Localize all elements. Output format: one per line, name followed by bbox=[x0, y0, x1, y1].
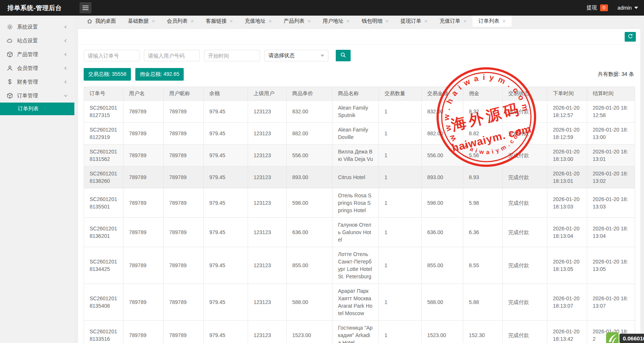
sidebar-subitem-0[interactable]: 订单列表 bbox=[0, 103, 74, 115]
tab-label: 提现订单 bbox=[400, 18, 421, 25]
table-row-2: SC26012018131562789789789789979.45123123… bbox=[84, 145, 635, 166]
cell-order-no: SC26012018138260 bbox=[84, 166, 123, 188]
top-header: 排单系统-管理后台 提现 0 admin bbox=[0, 0, 644, 16]
table-row-6: SC26012018134425789789789789979.45123123… bbox=[84, 247, 635, 284]
tab-9[interactable]: 充值订单× bbox=[434, 16, 473, 27]
close-icon[interactable]: × bbox=[230, 19, 233, 24]
column-header-balance: 余额 bbox=[204, 87, 248, 101]
tab-0[interactable]: 我的桌面 bbox=[81, 16, 122, 27]
close-icon[interactable]: × bbox=[386, 19, 389, 24]
cell-amount: 1523.00 bbox=[422, 321, 463, 343]
column-header-order-time: 下单时间 bbox=[547, 87, 587, 101]
cell-commission: 5.98 bbox=[463, 188, 503, 218]
cell-order-no: SC26012018127315 bbox=[84, 101, 123, 123]
cell-parent-user: 123123 bbox=[248, 188, 287, 218]
tab-7[interactable]: 钱包明细× bbox=[356, 16, 395, 27]
tab-label: 用户地址 bbox=[323, 18, 344, 25]
tab-4[interactable]: 充值地址× bbox=[239, 16, 278, 27]
user-no-input[interactable] bbox=[144, 50, 200, 61]
tab-label: 钱包明细 bbox=[362, 18, 383, 25]
column-header-product-name: 商品名称 bbox=[332, 87, 379, 101]
close-icon[interactable]: × bbox=[463, 19, 467, 24]
cell-unit-price: 832.00 bbox=[287, 101, 332, 123]
cell-quantity: 1 bbox=[379, 321, 422, 343]
tab-8[interactable]: 提现订单× bbox=[395, 16, 434, 27]
sidebar-item-5[interactable]: 订单管理 bbox=[0, 89, 74, 103]
search-button[interactable] bbox=[336, 50, 351, 61]
close-icon[interactable]: × bbox=[307, 19, 311, 24]
tab-6[interactable]: 用户地址× bbox=[317, 16, 356, 27]
cell-username: 789789 bbox=[123, 218, 164, 247]
cell-amount: 832.00 bbox=[422, 101, 463, 123]
tab-5[interactable]: 产品列表× bbox=[278, 16, 317, 27]
tab-3[interactable]: 客服链接× bbox=[200, 16, 239, 27]
cell-status: 完成付款 bbox=[503, 218, 547, 247]
dollar-icon bbox=[7, 79, 13, 85]
cell-product-name: Лотте Отель Санкт-Петербург Lotte Hotel … bbox=[332, 247, 379, 284]
cell-product-name: Галунов Отель Galunov Hotel bbox=[332, 218, 379, 247]
tab-1[interactable]: 基础数据× bbox=[122, 16, 161, 27]
tab-label: 基础数据 bbox=[128, 18, 149, 25]
close-icon[interactable]: × bbox=[347, 19, 350, 24]
cell-commission: 8.55 bbox=[463, 247, 503, 284]
cell-settle-time: 2026-01-20 18:13:04 bbox=[587, 218, 635, 247]
cell-order-time: 2026-01-20 18:13:42 bbox=[547, 321, 587, 343]
cell-order-time: 2026-01-20 18:13:00 bbox=[547, 145, 587, 166]
order-no-input[interactable] bbox=[84, 50, 139, 61]
status-select[interactable]: 请选择状态 bbox=[264, 50, 328, 61]
cell-order-no: SC26012018135408 bbox=[84, 284, 123, 321]
cell-status: 完成付款 bbox=[503, 321, 547, 343]
cell-order-no: SC26012018136201 bbox=[84, 218, 123, 247]
cell-quantity: 1 bbox=[379, 123, 422, 145]
column-header-commission: 佣金 bbox=[463, 87, 503, 101]
refresh-button[interactable] bbox=[625, 32, 636, 42]
tab-label: 订单列表 bbox=[479, 18, 499, 25]
cell-balance: 979.45 bbox=[204, 166, 248, 188]
cell-product-name: Отель Rosa Springs Rosa Springs Hotel bbox=[332, 188, 379, 218]
cell-unit-price: 1523.00 bbox=[287, 321, 332, 343]
close-icon[interactable]: × bbox=[191, 19, 194, 24]
cell-parent-user: 123123 bbox=[248, 321, 287, 343]
header-right: 提现 0 admin bbox=[587, 4, 644, 11]
user-menu[interactable]: admin bbox=[618, 5, 638, 11]
cell-balance: 979.45 bbox=[204, 218, 248, 247]
cell-unit-price: 588.00 bbox=[287, 284, 332, 321]
card-body: 请选择状态 交易总额: 35558 佣金总额: 492.65 共有数据: 34 … bbox=[78, 45, 640, 343]
sidebar-item-3[interactable]: 会员管理 bbox=[0, 61, 74, 75]
sidebar-item-0[interactable]: 系统设置 bbox=[0, 20, 74, 34]
sidebar-subitem-label: 订单列表 bbox=[18, 106, 39, 112]
chevron-left-icon bbox=[64, 39, 68, 43]
column-header-username: 用户名 bbox=[123, 87, 164, 101]
tab-10[interactable]: 订单列表× bbox=[473, 16, 512, 27]
cell-amount: 893.00 bbox=[422, 166, 463, 188]
column-header-settle-time: 结算时间 bbox=[587, 87, 635, 101]
withdraw-menu-item[interactable]: 提现 0 bbox=[587, 4, 608, 11]
start-time-input[interactable] bbox=[204, 50, 260, 61]
menu-toggle-button[interactable] bbox=[80, 2, 91, 13]
close-icon[interactable]: × bbox=[502, 19, 506, 24]
table-row-0: SC26012018127315789789789789979.45123123… bbox=[84, 101, 635, 123]
close-icon[interactable]: × bbox=[152, 19, 155, 24]
cell-nickname: 789789 bbox=[164, 101, 204, 123]
tab-2[interactable]: 会员列表× bbox=[161, 16, 200, 27]
cell-commission: 8.32 bbox=[463, 101, 503, 123]
column-header-unit-price: 商品单价 bbox=[287, 87, 332, 101]
sidebar-item-4[interactable]: 财务管理 bbox=[0, 75, 74, 89]
chevron-down-icon bbox=[634, 7, 638, 9]
hamburger-icon bbox=[83, 6, 88, 6]
cell-unit-price: 598.00 bbox=[287, 188, 332, 218]
cell-username: 789789 bbox=[123, 321, 164, 343]
sidebar-item-1[interactable]: 站点设置 bbox=[0, 34, 74, 48]
sidebar-item-2[interactable]: 产品管理 bbox=[0, 48, 74, 61]
tab-label: 会员列表 bbox=[167, 18, 188, 25]
tab-label: 充值订单 bbox=[439, 18, 460, 25]
commission-total-badge: 佣金总额: 492.65 bbox=[135, 68, 184, 81]
close-icon[interactable]: × bbox=[268, 19, 272, 24]
column-header-status: 交易状态 bbox=[503, 87, 547, 101]
filter-row: 请选择状态 bbox=[84, 50, 635, 61]
table-row-5: SC26012018136201789789789789979.45123123… bbox=[84, 218, 635, 247]
search-icon bbox=[340, 52, 346, 59]
close-icon[interactable]: × bbox=[424, 19, 428, 24]
cell-username: 789789 bbox=[123, 145, 164, 166]
cell-order-no: SC26012018122919 bbox=[84, 123, 123, 145]
